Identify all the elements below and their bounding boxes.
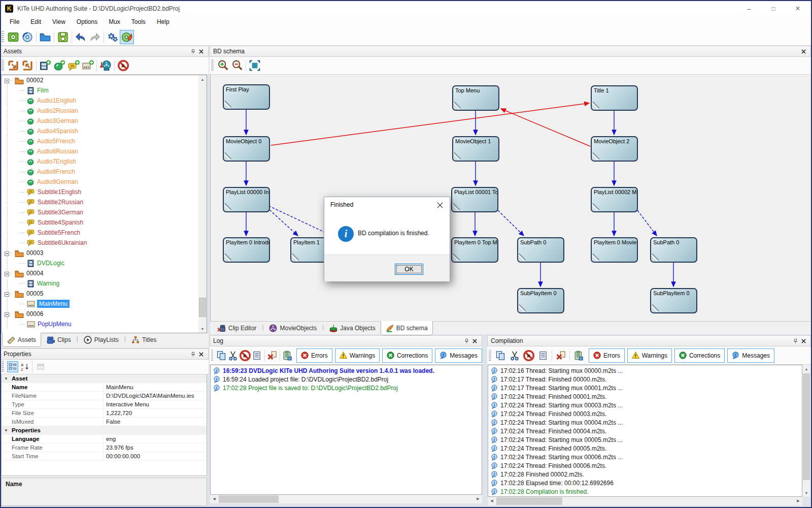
close-icon[interactable]: [799, 337, 807, 345]
toolbar-grip[interactable]: [2, 59, 4, 72]
tree-item-Audio4Spanish[interactable]: Audio4Spanish: [2, 126, 207, 136]
copy-button[interactable]: [215, 348, 227, 363]
tree-item-00002[interactable]: 00002: [2, 75, 207, 85]
menu-options[interactable]: Options: [71, 17, 103, 27]
scrollbar-thumb[interactable]: [219, 495, 279, 503]
tree-item-00003[interactable]: 00003: [2, 248, 207, 258]
tree-item-Subtitle5French[interactable]: Subtitle5French: [2, 228, 207, 238]
scroll-down-icon[interactable]: ▼: [802, 489, 810, 497]
undo-button[interactable]: [74, 30, 88, 44]
log-entry[interactable]: i17:02:17 Thread: Starting mux 00001.m2t…: [488, 384, 802, 392]
log-entry[interactable]: i17:02:28 Project file is saved to: D:\D…: [211, 384, 482, 392]
tree-item-DVDLogic[interactable]: DVDLogic: [2, 258, 207, 268]
paste-button[interactable]: [571, 348, 586, 363]
filter-errors-toggle[interactable]: Errors: [296, 348, 332, 363]
toolbar-grip[interactable]: [489, 350, 491, 362]
add-audio-button[interactable]: [52, 58, 66, 73]
property-row-frame-rate[interactable]: Frame Rate23.976 fps: [2, 443, 207, 452]
log-entry[interactable]: i17:02:24 Thread: Starting mux 00006.m2t…: [488, 453, 802, 461]
expander-icon[interactable]: [5, 271, 9, 278]
delete-button[interactable]: [554, 348, 568, 363]
property-value[interactable]: 00:00:00.000: [104, 453, 207, 459]
compilation-list[interactable]: i17:02:16 Thread: Starting mux 00000.m2t…: [488, 365, 802, 497]
maximize-button[interactable]: □: [761, 1, 786, 16]
tree-item-Subtitle2Russian[interactable]: Subtitle2Russian: [2, 197, 207, 207]
pin-icon[interactable]: [462, 337, 470, 345]
tree-item-Audio2Russian[interactable]: Audio2Russian: [2, 106, 207, 116]
property-category-properties[interactable]: ▼Properties: [2, 426, 207, 435]
log-list[interactable]: i16:59:23 DVDLogic KITe UHD Authoring Su…: [210, 365, 482, 495]
log-entry[interactable]: i16:59:23 DVDLogic KITe UHD Authoring Su…: [211, 366, 482, 375]
schema-node-playitem-0-introduction[interactable]: PlayItem 0 Introduction: [223, 237, 270, 263]
property-row-file-size[interactable]: File Size1,222,720: [2, 409, 207, 418]
assets-tab-clips[interactable]: Clips: [41, 333, 76, 346]
tree-item-00004[interactable]: 00004: [2, 268, 207, 278]
filter-warnings-toggle[interactable]: Warnings: [627, 348, 672, 363]
import-asset-button[interactable]: [6, 58, 20, 73]
schema-node-playlist-00000[interactable]: PlayList 00000 Introduc: [223, 187, 270, 212]
schema-node-movieobject-2[interactable]: MovieObject 2: [591, 136, 638, 162]
tree-item-Subtitle4Spanish[interactable]: Subtitle4Spanish: [2, 217, 207, 228]
log-entry[interactable]: i17:02:28 Finished 00002.m2ts.: [488, 470, 802, 479]
tree-item-Audio8French[interactable]: Audio8French: [2, 167, 207, 177]
burn-disc-button[interactable]: [20, 30, 35, 44]
property-value[interactable]: 23.976 fps: [104, 444, 207, 451]
schema-tab-java-objects[interactable]: Java Objects: [324, 322, 380, 335]
close-icon[interactable]: [197, 350, 205, 358]
log-entry[interactable]: i16:59:24 Loaded project file: D:\DVDLog…: [211, 375, 482, 384]
scrollbar-thumb[interactable]: [803, 373, 810, 480]
property-value[interactable]: Interactive Menu: [104, 401, 207, 407]
tree-item-Subtitle1English[interactable]: Subtitle1English: [2, 187, 207, 197]
assets-tree[interactable]: 00002FilmAudio1EnglishAudio2RussianAudio…: [1, 75, 207, 333]
schema-node-playitem-0-top-menu[interactable]: PlayItem 0 Top Menu: [451, 237, 498, 263]
tree-item-Audio9German[interactable]: Audio9German: [2, 177, 207, 187]
scroll-right-icon[interactable]: ▶: [474, 495, 482, 503]
tree-item-Audio5French[interactable]: Audio5French: [2, 136, 207, 146]
prop-pages-button[interactable]: [35, 361, 46, 372]
view-log-button[interactable]: [536, 348, 550, 363]
filter-messages-toggle[interactable]: iMessages: [727, 348, 774, 363]
assets-tab-titles[interactable]: Titles: [126, 333, 161, 346]
scroll-left-icon[interactable]: ◀: [488, 497, 496, 505]
assets-tab-playlists[interactable]: PlayLists: [79, 333, 124, 346]
expander-icon[interactable]: [5, 250, 9, 258]
abort-button[interactable]: [239, 348, 251, 363]
redo-button[interactable]: [88, 30, 102, 44]
pin-icon[interactable]: [791, 337, 799, 345]
log-entry[interactable]: i17:02:24 Thread: Starting mux 00003.m2t…: [488, 401, 802, 409]
schema-tab-clip-editor[interactable]: Clip Editor: [212, 322, 261, 335]
expander-icon[interactable]: [5, 291, 9, 298]
menu-edit[interactable]: Edit: [25, 17, 47, 27]
log-entry[interactable]: i17:02:24 Thread: Finished 00003.m2ts.: [488, 409, 802, 418]
dialog-close-icon[interactable]: [436, 201, 444, 209]
ok-button[interactable]: OK: [395, 264, 423, 275]
log-entry[interactable]: i17:02:24 Thread: Starting mux 00005.m2t…: [488, 435, 802, 444]
pin-icon[interactable]: [189, 350, 197, 358]
log-entry[interactable]: i17:02:16 Thread: Starting mux 00000.m2t…: [488, 366, 802, 375]
scroll-up-icon[interactable]: ▲: [198, 75, 207, 83]
log-entry[interactable]: i17:02:24 Thread: Finished 00004.m2ts.: [488, 427, 802, 435]
toolbar-grip[interactable]: [211, 350, 213, 362]
schema-node-subplayitem-0-a[interactable]: SubPlayItem 0: [517, 288, 564, 313]
disc-drive-button[interactable]: [6, 30, 20, 44]
add-menu-button[interactable]: [81, 58, 95, 73]
filter-warnings-toggle[interactable]: Warnings: [335, 348, 380, 363]
schema-node-movieobject-0[interactable]: MovieObject 0: [223, 136, 270, 162]
property-row-ismuxed[interactable]: IsMuxedFalse: [2, 418, 207, 426]
close-icon[interactable]: [197, 47, 205, 55]
scroll-up-icon[interactable]: ▲: [802, 365, 810, 373]
copy-button[interactable]: [493, 348, 507, 363]
filter-messages-toggle[interactable]: iMessages: [435, 348, 482, 363]
delete-button[interactable]: [266, 348, 278, 363]
tree-item-Audio6Russian[interactable]: Audio6Russian: [2, 146, 207, 156]
close-button[interactable]: ×: [786, 1, 810, 16]
filter-errors-toggle[interactable]: Errors: [589, 348, 625, 363]
compile-button[interactable]: [120, 30, 134, 44]
schema-canvas[interactable]: First PlayTop MenuTitle 1MovieObject 0Mo…: [210, 75, 811, 321]
filter-corrections-toggle[interactable]: Corrections: [674, 348, 725, 363]
zoom-in-button[interactable]: [216, 58, 230, 73]
log-entry[interactable]: i17:02:28 Compilation is finished.: [488, 487, 802, 496]
log-entry[interactable]: i17:02:24 Thread: Finished 00001.m2ts.: [488, 392, 802, 401]
abort-button[interactable]: [522, 348, 536, 363]
tree-item-Subtitle3German[interactable]: Subtitle3German: [2, 207, 207, 217]
